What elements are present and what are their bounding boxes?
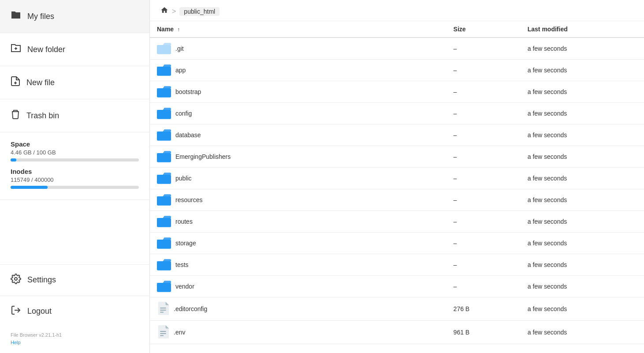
table-row[interactable]: routes–a few seconds [150, 211, 644, 233]
file-name-cell: resources [150, 189, 447, 211]
sidebar-item-logout[interactable]: Logout [0, 296, 149, 327]
folder-icon [157, 215, 171, 228]
my-files-label: My files [27, 12, 54, 21]
file-name-cell: EmergingPublishers [150, 146, 447, 168]
file-name-cell: .env [150, 321, 447, 344]
folder-icon [157, 259, 171, 271]
table-row[interactable]: public–a few seconds [150, 168, 644, 189]
sort-arrow: ↑ [177, 26, 180, 33]
sidebar-item-my-files[interactable]: My files [0, 0, 149, 33]
folder-icon [157, 150, 171, 163]
file-modified-cell: a few seconds [521, 276, 644, 297]
folder-icon [11, 10, 21, 23]
version-info: File Browser v2.21.1-h1 Help [0, 327, 149, 353]
svg-rect-10 [157, 131, 171, 141]
file-modified-cell: a few seconds [521, 60, 644, 81]
table-row[interactable]: app–a few seconds [150, 60, 644, 81]
file-name-text: config [175, 110, 192, 117]
svg-rect-9 [157, 110, 171, 119]
file-name-text: EmergingPublishers [175, 153, 231, 160]
space-label: Space [11, 140, 139, 148]
space-progress-bg [11, 158, 139, 161]
file-modified-cell: a few seconds [521, 254, 644, 276]
sidebar: My files New folder New file Trash bin S… [0, 0, 150, 353]
file-modified-cell: a few seconds [521, 103, 644, 124]
file-name-cell: .git [150, 38, 447, 60]
file-name-text: public [175, 175, 192, 182]
file-name-text: .env [174, 329, 185, 336]
breadcrumb-home[interactable] [160, 6, 168, 16]
svg-rect-16 [157, 261, 171, 270]
sidebar-item-new-folder[interactable]: New folder [0, 33, 149, 66]
file-name-text: tests [175, 261, 189, 268]
version-text: File Browser v2.21.1-h1 [11, 331, 139, 339]
file-size-cell: 961 B [447, 321, 521, 344]
table-row[interactable]: tests–a few seconds [150, 254, 644, 276]
file-modified-cell: a few seconds [521, 146, 644, 168]
file-size-cell: – [447, 189, 521, 211]
table-row[interactable]: vendor–a few seconds [150, 276, 644, 297]
file-name-text: app [175, 67, 186, 74]
trash-icon [11, 109, 20, 122]
new-file-icon [11, 76, 20, 89]
table-row[interactable]: EmergingPublishers–a few seconds [150, 146, 644, 168]
file-size-cell: – [447, 254, 521, 276]
table-row[interactable]: resources–a few seconds [150, 189, 644, 211]
space-progress-fill [11, 158, 16, 161]
table-row[interactable]: database–a few seconds [150, 124, 644, 146]
breadcrumb-current[interactable]: public_html [179, 7, 220, 16]
table-row[interactable]: .git–a few seconds [150, 38, 644, 60]
settings-label: Settings [27, 275, 56, 285]
file-name-text: vendor [175, 283, 194, 290]
logout-icon [11, 305, 21, 318]
file-modified-cell: a few seconds [521, 297, 644, 321]
file-name-text: database [175, 131, 201, 139]
space-value: 4.46 GB / 100 GB [11, 149, 139, 156]
sidebar-item-new-file[interactable]: New file [0, 66, 149, 99]
file-table-body: .git–a few seconds app–a few seconds boo… [150, 38, 644, 344]
col-size-header[interactable]: Size [447, 21, 521, 38]
file-icon [157, 302, 169, 316]
file-size-cell: – [447, 81, 521, 103]
file-size-cell: – [447, 38, 521, 60]
file-name-cell: bootstrap [150, 81, 447, 103]
svg-rect-7 [157, 67, 171, 76]
folder-icon [157, 172, 171, 184]
table-row[interactable]: storage–a few seconds [150, 233, 644, 254]
new-file-label: New file [26, 78, 55, 87]
new-folder-label: New folder [27, 45, 65, 54]
file-size-cell: – [447, 124, 521, 146]
file-name-cell: .editorconfig [150, 297, 447, 321]
file-modified-cell: a few seconds [521, 81, 644, 103]
col-name-header[interactable]: Name ↑ [150, 21, 447, 38]
file-modified-cell: a few seconds [521, 38, 644, 60]
table-row[interactable]: config–a few seconds [150, 103, 644, 124]
folder-icon [157, 42, 171, 55]
table-row[interactable]: .env961 Ba few seconds [150, 321, 644, 344]
svg-rect-8 [157, 88, 171, 98]
file-modified-cell: a few seconds [521, 211, 644, 233]
file-name-cell: public [150, 168, 447, 189]
sidebar-item-settings[interactable]: Settings [0, 264, 149, 296]
help-link[interactable]: Help [11, 339, 139, 347]
breadcrumb-separator: > [172, 8, 176, 15]
file-size-cell: 276 B [447, 297, 521, 321]
sidebar-item-trash-bin[interactable]: Trash bin [0, 99, 149, 132]
file-size-cell: – [447, 60, 521, 81]
table-row[interactable]: bootstrap–a few seconds [150, 81, 644, 103]
table-row[interactable]: .editorconfig276 Ba few seconds [150, 297, 644, 321]
inodes-label: Inodes [11, 168, 139, 175]
col-modified-header[interactable]: Last modified [521, 21, 644, 38]
file-modified-cell: a few seconds [521, 189, 644, 211]
trash-bin-label: Trash bin [26, 111, 59, 120]
file-name-text: .editorconfig [174, 305, 207, 312]
file-name-text: .git [175, 45, 184, 52]
svg-rect-6 [157, 45, 171, 54]
svg-rect-11 [157, 153, 171, 162]
file-name-cell: tests [150, 254, 447, 276]
file-name-text: routes [175, 218, 193, 225]
file-size-cell: – [447, 233, 521, 254]
inodes-progress-fill [11, 186, 48, 189]
svg-rect-17 [157, 283, 171, 292]
inodes-progress-bg [11, 186, 139, 189]
